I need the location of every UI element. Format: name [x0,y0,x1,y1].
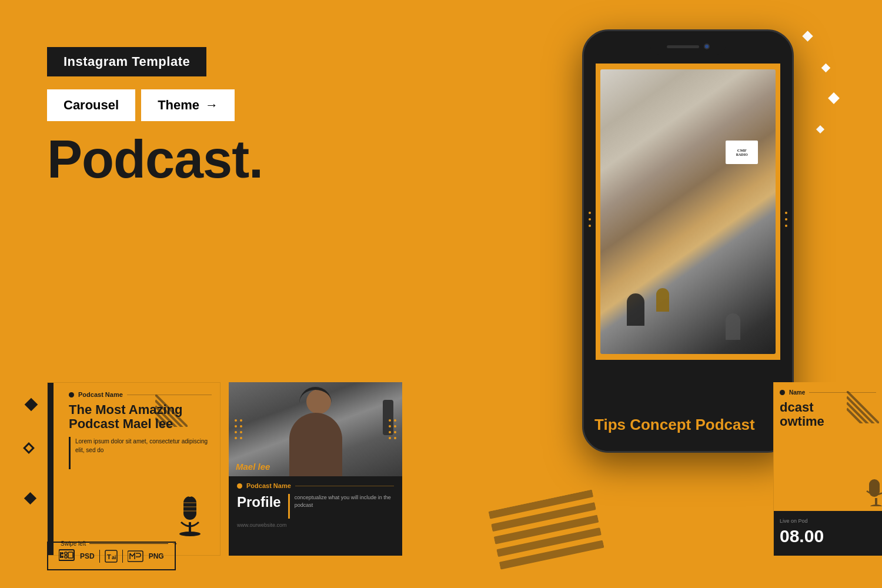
card1-body-bar [69,437,71,469]
carousel-label: Carousel [64,98,119,113]
card2-title: Profile [237,494,281,510]
phone-studio-photo: CMF RADIO [600,69,776,354]
phone-mic-1 [627,293,644,326]
card2-dot [237,483,242,489]
svg-text:T: T [107,553,111,560]
card2-header-line [295,486,394,486]
card-pr-mic [864,477,882,509]
card2-dots-left [235,419,242,439]
notch-camera [704,44,710,49]
card2-desc-row: conceptualize what you will include in t… [288,494,394,519]
svg-point-14 [61,556,64,558]
svg-line-25 [847,409,879,423]
cards-row: Podcast Name The Most Amazing Podcast Ma… [47,382,402,556]
png-text: PNG [149,552,164,560]
card-partial-right: Name dcast owtime Live on Pod 08.00 [773,382,882,556]
card-pr-bottom: Live on Pod 08.00 [774,511,882,556]
card1-mic-icon [169,488,211,539]
diamond-decoration-2 [24,492,36,505]
format-div-1 [99,550,100,563]
phone-image-area: CMF RADIO [584,31,792,407]
instagram-badge-label: Instagram Template [64,54,190,69]
phone-mockup: CMF RADIO [582,29,794,453]
svg-point-29 [870,505,882,506]
header-section: Instagram Template Carousel Theme → Podc… [47,47,263,186]
card-pr-title2: owtime [780,414,824,429]
psd-label [59,549,75,563]
card2-desc-text: conceptualize what you will include in t… [295,494,394,509]
card1-body-text: Lorem ipsum dolor sit amet, consectetur … [75,437,212,455]
diamond-white-4 [816,125,824,133]
card2-header-row: Podcast Name [237,482,394,489]
card-1: Podcast Name The Most Amazing Podcast Ma… [47,382,220,556]
png-icon [128,550,144,563]
phone-dots-right [785,212,787,227]
card-pr-dot [780,390,785,395]
notch-speaker [667,45,699,48]
carousel-button[interactable]: Carousel [47,89,135,121]
stripe-decoration [489,489,606,574]
card1-left-bar [48,383,54,555]
diamond-white-2 [821,64,831,73]
phone-mic-2 [656,288,669,312]
phone-mic-3 [726,313,740,340]
svg-rect-6 [189,522,191,534]
card1-diag-lines [155,395,188,427]
card-pr-time-label: Live on Pod [780,518,876,524]
diamond-white-1 [802,31,813,41]
phone-cmf-logo: CMF RADIO [726,141,758,164]
phone-card-title: Tips Concept Podcast [594,416,781,433]
card2-bottom: Podcast Name Profile conceptualize what … [229,476,402,534]
diamond-white-3 [828,92,840,104]
svg-rect-15 [60,552,61,558]
svg-text:ai: ai [112,554,116,560]
main-title: Podcast. [47,133,263,186]
svg-rect-18 [68,552,73,558]
psd-text: PSD [80,552,95,560]
svg-line-2 [155,412,188,427]
theme-arrow: → [205,98,218,113]
card2-body [289,413,342,476]
card-pr-title1: dcast [780,400,813,415]
card1-body: Lorem ipsum dolor sit amet, consectetur … [61,435,220,472]
phone-card-bottom: Tips Concept Podcast [584,407,792,451]
card2-desc-bar [288,494,290,519]
card2-content-row: Profile conceptualize what you will incl… [237,494,394,519]
phone-notch [650,38,726,55]
card-pr-diag [847,391,879,423]
card2-website: www.ourwebsite.com [237,522,394,528]
svg-rect-17 [65,556,67,558]
card2-photo: Mael lee [229,382,402,476]
card2-dots-right [389,419,396,439]
main-content: Instagram Template Carousel Theme → Podc… [0,0,882,588]
phone-screen-inner: CMF RADIO [584,31,792,451]
svg-rect-7 [183,496,196,520]
theme-label: Theme [158,98,199,113]
ai-icon: T ai [105,550,118,563]
card1-podcast-name: Podcast Name [78,391,123,398]
diamond-decoration [25,398,38,412]
diamond-outline-decoration [23,442,35,454]
card1-header: Podcast Name [61,383,220,400]
svg-rect-16 [65,552,67,554]
card2-podcast-name: Podcast Name [246,482,291,489]
card1-dot [69,392,74,397]
instagram-badge: Instagram Template [47,47,206,76]
card-pr-time-value: 08.00 [780,526,876,546]
phone-screen: CMF RADIO [584,31,792,451]
format-badges: PSD T ai PNG [47,542,176,570]
tag-buttons-row: Carousel Theme → [47,89,263,121]
svg-point-11 [188,493,192,497]
card-pr-podcast-name: Name [789,389,805,396]
card-2: Mael lee Podcast Name Profile conceptual… [229,382,402,556]
svg-point-13 [61,552,64,554]
phone-dots-left [589,212,591,227]
card1-title: The Most Amazing Podcast Mael lee [61,400,220,435]
card2-person-name: Mael lee [236,462,270,472]
format-div-2 [122,550,123,563]
theme-button[interactable]: Theme → [141,89,235,121]
card2-headphones [299,387,332,403]
